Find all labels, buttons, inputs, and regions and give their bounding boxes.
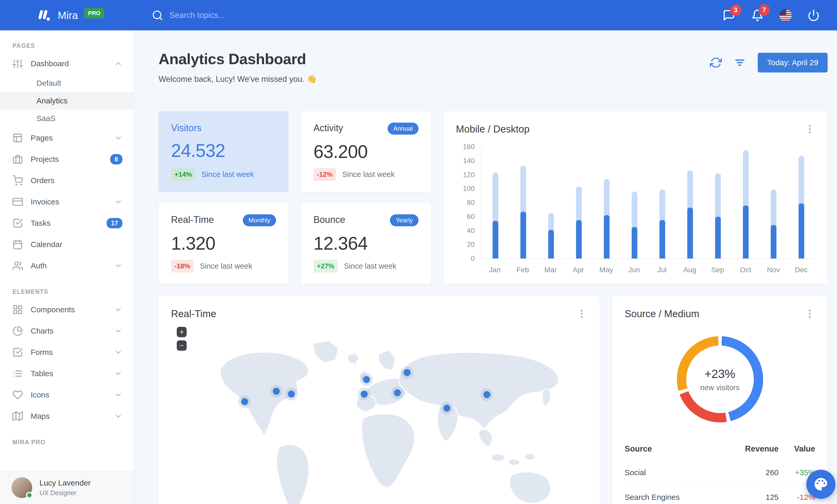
x-axis-label: Dec: [787, 266, 815, 274]
x-axis-label: Jun: [620, 266, 648, 274]
y-axis-tick: 20: [467, 241, 481, 249]
y-axis-tick: 80: [467, 199, 481, 207]
notifications-button[interactable]: 7: [751, 8, 764, 22]
sidebar-subitem-analytics[interactable]: Analytics: [0, 92, 134, 110]
map-visitor-marker: [363, 376, 370, 383]
chevron-down-icon: [114, 412, 122, 421]
chevron-down-icon: [114, 391, 122, 399]
chevron-down-icon: [114, 262, 122, 270]
search-icon: [152, 10, 163, 21]
x-axis-label: Mar: [536, 266, 564, 274]
zoom-out-button[interactable]: −: [177, 340, 186, 351]
map-zoom-controls: + −: [177, 327, 186, 351]
pro-badge: PRO: [84, 8, 105, 18]
chevron-down-icon: [114, 198, 122, 206]
map-icon: [13, 411, 23, 422]
sidebar-item-calendar[interactable]: Calendar: [0, 234, 134, 255]
realtime-map-card: Real-Time + −: [159, 296, 600, 504]
sidebar-subitem-default[interactable]: Default: [0, 74, 134, 92]
mira-logo-icon: [36, 7, 52, 23]
stacked-bar-chart: 020406080100120140160 JanFebMarAprMayJun…: [456, 147, 815, 274]
sliders-icon: [13, 58, 23, 69]
sidebar-item-label: Maps: [31, 412, 106, 421]
sidebar-item-forms[interactable]: Forms: [0, 342, 134, 363]
donut-center-label: new visitors: [700, 384, 740, 392]
x-axis-label: Oct: [732, 266, 760, 274]
map-menu-button[interactable]: [576, 309, 587, 320]
bar-aug: [676, 147, 704, 259]
stat-card-real-time: Real-Time Monthly 1.320 -18% Since last …: [159, 203, 288, 284]
bar-mar: [537, 147, 565, 259]
mobile-desktop-card: Mobile / Desktop: [443, 111, 827, 284]
sidebar-item-components[interactable]: Components: [0, 299, 134, 320]
sidebar-subitem-saas[interactable]: SaaS: [0, 110, 134, 127]
navbar-actions: 3 7: [722, 8, 820, 22]
chart-menu-button[interactable]: [804, 124, 815, 135]
sidebar: PAGESDashboardDefaultAnalyticsSaaSPagesP…: [0, 31, 134, 504]
calendar-icon: [13, 239, 23, 250]
more-vertical-icon: [804, 124, 815, 135]
palette-icon: [813, 477, 829, 492]
filter-button[interactable]: [734, 57, 746, 69]
stat-title: Bounce: [314, 214, 345, 225]
sidebar-item-orders[interactable]: Orders: [0, 170, 134, 191]
sidebar-item-maps[interactable]: Maps: [0, 406, 134, 427]
table-header-value: Value: [779, 440, 815, 460]
bar-dec: [787, 147, 815, 259]
x-axis-label: Apr: [565, 266, 592, 274]
chevron-down-icon: [114, 134, 122, 142]
sidebar-item-invoices[interactable]: Invoices: [0, 191, 134, 212]
sidebar-item-pages[interactable]: Pages: [0, 127, 134, 149]
table-row-social: Social 260 +35%: [625, 460, 815, 485]
source-medium-card: Source / Medium +23% new visitors Source…: [612, 296, 827, 504]
cell-revenue: 260: [720, 460, 779, 485]
sidebar-item-label: Orders: [31, 176, 122, 185]
stat-period-pill[interactable]: Monthly: [243, 214, 276, 226]
sidebar-item-label: Pages: [31, 133, 106, 142]
sidebar-item-dashboard[interactable]: Dashboard: [0, 53, 134, 74]
sidebar-item-charts[interactable]: Charts: [0, 320, 134, 342]
bar-jul: [648, 147, 676, 259]
sidebar-item-label: Charts: [31, 326, 106, 335]
search-input[interactable]: [170, 11, 315, 20]
sidebar-item-tasks[interactable]: Tasks17: [0, 212, 134, 234]
stat-period-pill[interactable]: Yearly: [390, 214, 418, 226]
cell-source: Search Engines: [625, 485, 720, 504]
page-subtitle: Welcome back, Lucy! We've missed you. 👋: [159, 74, 317, 84]
source-menu-button[interactable]: [804, 309, 815, 320]
theme-palette-fab[interactable]: [806, 470, 835, 499]
x-axis-label: Nov: [760, 266, 787, 274]
stat-title: Visitors: [171, 123, 201, 133]
y-axis-tick: 60: [467, 212, 481, 221]
sidebar-section-pages: PAGES: [0, 31, 134, 53]
y-axis-tick: 40: [467, 226, 481, 235]
sidebar-item-tables[interactable]: Tables: [0, 363, 134, 384]
notifications-count-badge: 7: [759, 4, 770, 16]
sidebar-item-auth[interactable]: Auth: [0, 255, 134, 276]
zoom-in-button[interactable]: +: [177, 327, 186, 337]
bar-feb: [509, 147, 537, 259]
online-status-dot: [26, 492, 33, 499]
source-table: SourceRevenueValue Social 260 +35%Search…: [625, 440, 815, 504]
stat-note: Since last week: [342, 170, 395, 179]
stat-change-badge: -12%: [314, 168, 336, 181]
y-axis-tick: 100: [463, 185, 481, 193]
sidebar-item-projects[interactable]: Projects8: [0, 149, 134, 170]
map-visitor-marker: [241, 398, 248, 405]
sidebar-item-icons[interactable]: Icons: [0, 384, 134, 406]
sign-out-button[interactable]: [807, 8, 820, 22]
stat-period-pill[interactable]: Annual: [388, 123, 418, 135]
user-role: UX Designer: [39, 489, 91, 497]
messages-button[interactable]: 3: [722, 8, 736, 22]
page-header: Analytics Dashboard Welcome back, Lucy! …: [159, 50, 827, 84]
language-flag-button[interactable]: [779, 9, 792, 22]
user-profile[interactable]: Lucy Lavender UX Designer: [0, 471, 134, 504]
table-header-revenue: Revenue: [720, 440, 779, 460]
more-vertical-icon: [804, 309, 815, 319]
date-range-button[interactable]: Today: April 29: [758, 53, 827, 73]
bar-jun: [621, 147, 648, 259]
chevron-down-icon: [114, 305, 122, 314]
chevron-down-icon: [114, 327, 122, 335]
check-square-icon: [13, 218, 23, 228]
refresh-button[interactable]: [710, 57, 722, 69]
